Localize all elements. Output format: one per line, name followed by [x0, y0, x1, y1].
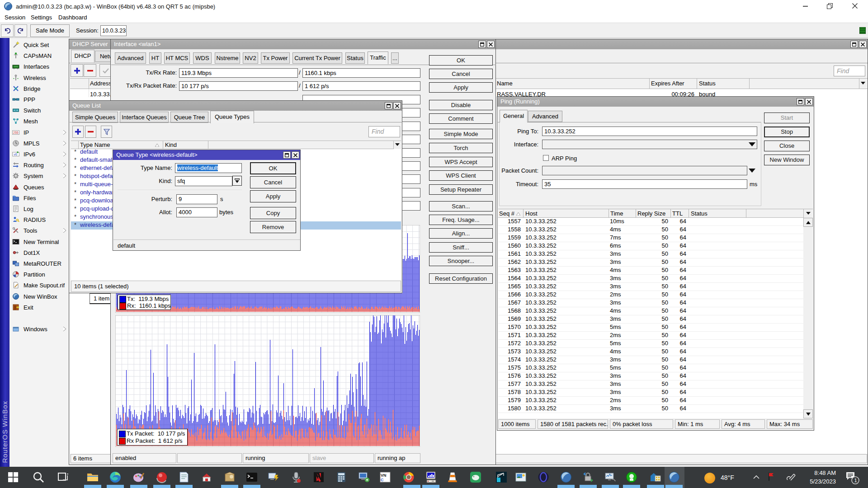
- svg-text:v6: v6: [14, 152, 17, 156]
- svg-text:VN: VN: [381, 473, 387, 478]
- svg-text:1: 1: [854, 478, 857, 483]
- svg-text:C: C: [381, 478, 384, 482]
- svg-text:255: 255: [13, 131, 19, 134]
